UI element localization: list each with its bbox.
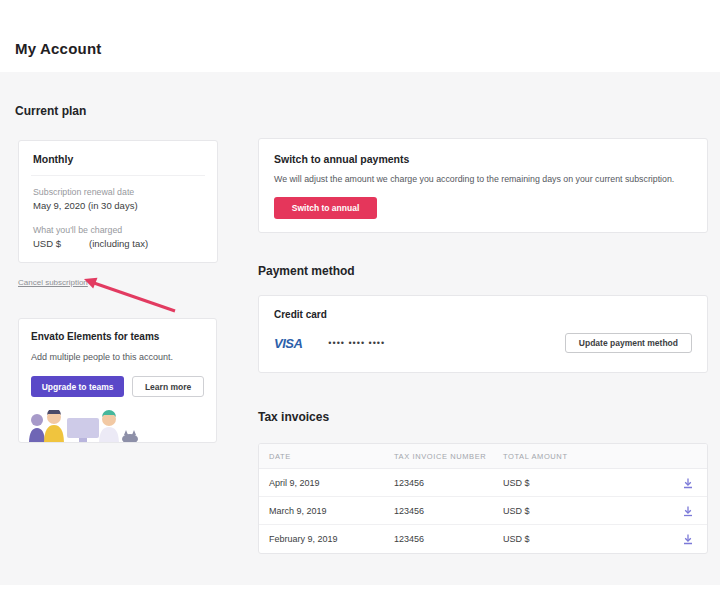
page-title: My Account [15,40,101,57]
switch-annual-title: Switch to annual payments [274,153,692,165]
table-row: March 9, 2019 123456 USD $ [259,497,707,525]
column-header-amount: TOTAL AMOUNT [503,452,673,461]
teams-card: Envato Elements for teams Add multiple p… [18,318,217,443]
invoice-number: 123456 [394,506,503,516]
cancel-subscription-link[interactable]: Cancel subscription [18,278,88,287]
tax-invoices-heading: Tax invoices [258,410,329,424]
plan-name: Monthly [33,153,203,165]
table-row: February 9, 2019 123456 USD $ [259,525,707,553]
renewal-date-label: Subscription renewal date [33,187,203,197]
invoice-date: April 9, 2019 [259,478,394,488]
invoice-date: February 9, 2019 [259,534,394,544]
renewal-date-value: May 9, 2020 (in 30 days) [33,200,203,211]
column-header-invoice-number: TAX INVOICE NUMBER [394,452,503,461]
download-icon[interactable] [682,505,694,517]
invoice-number: 123456 [394,534,503,544]
learn-more-button[interactable]: Learn more [132,376,204,397]
download-icon[interactable] [682,477,694,489]
tax-invoices-table: DATE TAX INVOICE NUMBER TOTAL AMOUNT Apr… [258,443,708,554]
current-plan-card: Monthly Subscription renewal date May 9,… [18,140,218,263]
charge-tax-note: (including tax) [89,238,148,249]
invoice-number: 123456 [394,478,503,488]
payment-method-heading: Payment method [258,264,355,278]
divider [31,175,205,176]
masked-card-number: •••• •••• •••• [328,338,385,348]
table-header-row: DATE TAX INVOICE NUMBER TOTAL AMOUNT [259,444,707,469]
invoice-date: March 9, 2019 [259,506,394,516]
teams-illustration [27,410,147,443]
upgrade-to-teams-button[interactable]: Upgrade to teams [31,376,124,397]
visa-logo: VISA [274,336,302,351]
invoice-amount: USD $ [503,534,673,544]
switch-annual-description: We will adjust the amount we charge you … [274,174,692,184]
download-icon[interactable] [682,533,694,545]
teams-card-title: Envato Elements for teams [31,331,204,342]
credit-card-label: Credit card [274,309,692,320]
teams-card-description: Add multiple people to this account. [31,352,204,362]
table-row: April 9, 2019 123456 USD $ [259,469,707,497]
invoice-amount: USD $ [503,478,673,488]
current-plan-heading: Current plan [15,104,86,118]
switch-annual-card: Switch to annual payments We will adjust… [258,138,708,233]
my-account-page: My Account Current plan Monthly Subscrip… [0,0,720,594]
switch-to-annual-button[interactable]: Switch to annual [274,197,377,219]
charge-currency: USD $ [33,238,61,249]
payment-method-card: Credit card VISA •••• •••• •••• Update p… [258,295,708,373]
charge-label: What you'll be charged [33,225,203,235]
update-payment-method-button[interactable]: Update payment method [565,333,692,353]
invoice-amount: USD $ [503,506,673,516]
column-header-date: DATE [259,452,394,461]
